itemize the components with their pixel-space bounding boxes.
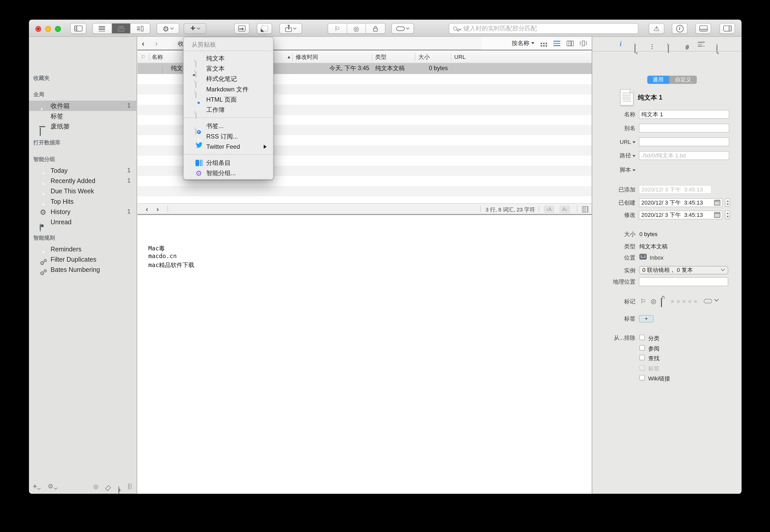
calendar-icon[interactable] [714, 212, 720, 218]
sidebar-item-filter-duplicates[interactable]: Filter Duplicates [29, 254, 137, 264]
share-dropdown-button[interactable] [279, 23, 302, 34]
location-pin-icon[interactable] [118, 486, 119, 494]
sidebar-item-top-hits[interactable]: Top Hits [29, 196, 137, 207]
label-circle-icon[interactable]: ◎ [651, 297, 656, 305]
menu-item-html-page[interactable]: HTML 页面 [184, 94, 273, 105]
close-button[interactable] [35, 26, 41, 32]
url-field[interactable] [639, 137, 729, 146]
toggle-sidebar-button[interactable] [70, 23, 86, 34]
path-field[interactable] [639, 151, 729, 160]
column-modified[interactable]: 修改时间 [295, 51, 318, 63]
label-dropdown-button[interactable] [392, 23, 414, 34]
location-value[interactable]: Inbox [650, 254, 663, 261]
label-segment[interactable]: ◎ [347, 24, 366, 33]
search-tab-icon[interactable] [716, 44, 718, 53]
date-stepper[interactable] [725, 198, 730, 207]
flag-icon[interactable]: ⚐ [640, 297, 646, 305]
sidebar-item-history[interactable]: ⚙ History 1 [29, 207, 137, 217]
tab-general[interactable]: 通用 [647, 76, 669, 84]
chevron-down-icon[interactable] [714, 297, 719, 301]
tag-outline-icon[interactable] [105, 485, 111, 491]
lock-segment[interactable] [366, 24, 385, 33]
sort-by-dropdown[interactable]: 按名称 [512, 39, 534, 47]
word-list-tab-icon[interactable] [698, 41, 705, 46]
search-input[interactable] [462, 25, 634, 33]
view-split-horizontal-segment[interactable] [112, 24, 131, 33]
move-to-button[interactable] [234, 23, 249, 34]
alias-field[interactable] [639, 124, 729, 133]
sidebar-item-unread[interactable]: Unread [29, 217, 137, 227]
format-panel-icon[interactable] [582, 206, 588, 212]
actions-dropdown-button[interactable]: ⚙ [157, 23, 179, 34]
flag-segment[interactable]: ⚐ [328, 24, 347, 33]
info-tab-icon[interactable]: i [620, 40, 621, 48]
sidebar-item-bates-numbering[interactable]: Bates Numbering [29, 264, 137, 275]
exclude-classification-checkbox[interactable] [639, 335, 645, 340]
info-button[interactable]: i [672, 23, 688, 34]
back-button[interactable]: ‹ [142, 37, 144, 51]
forward-button[interactable]: › [155, 37, 158, 51]
column-name[interactable]: 名称 [152, 51, 163, 63]
clip-button[interactable] [257, 23, 272, 34]
icon-view-icon[interactable] [541, 42, 542, 44]
menu-item-formatted-note[interactable]: 样式化笔记 [184, 74, 273, 84]
sidebar-item-tags[interactable]: 标签 [29, 111, 137, 121]
annotations-tab-icon[interactable] [635, 44, 636, 53]
toggle-bottom-bar-button[interactable] [695, 23, 711, 34]
calendar-icon[interactable] [714, 200, 720, 206]
instances-dropdown[interactable]: 0 联动镜相， 0 复本 [639, 266, 728, 274]
menu-item-smart-group[interactable]: ⚙ 智能分组... [184, 168, 273, 178]
exclude-wiki-linking-checkbox[interactable] [639, 375, 645, 380]
label-pill-icon[interactable] [704, 299, 712, 303]
modified-date-field[interactable] [639, 210, 722, 219]
decrease-font-size-button[interactable]: ‹A [544, 205, 554, 213]
flag-column-icon[interactable]: ⚐ [141, 51, 146, 63]
new-item-dropdown-button[interactable]: + [184, 23, 206, 34]
editor-back-button[interactable]: ‹ [146, 204, 148, 215]
search-field[interactable] [449, 23, 638, 34]
rating-stars[interactable]: ★★★★★ [670, 298, 699, 305]
column-kind[interactable]: 类型 [375, 51, 387, 63]
increase-font-size-button[interactable]: A› [560, 205, 570, 213]
menu-item-twitter-feed[interactable]: Twitter Feed [184, 142, 273, 152]
menu-item-rich-text[interactable]: 富文本 [184, 63, 273, 74]
sidebar-item-inbox[interactable]: 收件箱 1 [29, 101, 137, 111]
toggle-inspector-button[interactable] [720, 23, 735, 34]
minimize-button[interactable] [45, 26, 51, 32]
sidebar-item-due-this-week[interactable]: Due This Week [29, 186, 137, 196]
add-tag-button[interactable]: + [639, 315, 654, 323]
tab-custom[interactable]: 自定义 [669, 76, 697, 84]
column-view-icon[interactable] [567, 40, 574, 46]
menu-item-plain-text[interactable]: 纯文本 [184, 53, 273, 63]
geolocation-field[interactable] [639, 277, 728, 286]
sidebar-item-reminders[interactable]: Reminders [29, 244, 137, 254]
label-circle-icon[interactable]: ◎ [93, 483, 98, 489]
view-list-segment[interactable] [93, 24, 112, 33]
menu-item-markdown[interactable]: Markdown 文件 [184, 84, 273, 94]
column-url[interactable]: URL [454, 51, 466, 63]
column-size[interactable]: 大小 [418, 51, 430, 63]
menu-item-rss-feed[interactable]: RSS 订阅... [184, 131, 273, 142]
zoom-button[interactable] [55, 26, 61, 32]
view-split-vertical-segment[interactable] [131, 24, 150, 33]
editor-forward-button[interactable]: › [157, 204, 159, 215]
document-tab-icon[interactable] [668, 44, 669, 53]
menu-item-sheet[interactable]: 工作簿 [184, 105, 273, 115]
coverflow-view-icon[interactable] [580, 40, 587, 46]
date-stepper[interactable] [725, 210, 730, 219]
lock-icon[interactable] [661, 298, 662, 307]
gear-icon[interactable]: ⚙ [48, 483, 57, 490]
add-icon[interactable]: + [33, 483, 40, 490]
exclude-see-also-checkbox[interactable] [639, 345, 645, 350]
sidebar-item-today[interactable]: Today 1 [29, 165, 137, 176]
created-date-field[interactable] [639, 198, 722, 207]
sidebar-item-trash[interactable]: 废纸篓 [29, 121, 137, 132]
log-warning-button[interactable]: ⚠ [649, 23, 664, 34]
menu-item-group-items[interactable]: 分组条目 [184, 158, 273, 168]
menu-item-bookmark[interactable]: 书签... [184, 121, 273, 131]
exclude-search-checkbox[interactable] [639, 355, 645, 360]
resize-grip-icon[interactable] [128, 483, 131, 489]
sidebar-item-recently-added[interactable]: Recently Added 1 [29, 176, 137, 186]
name-field[interactable] [639, 110, 729, 119]
list-view-icon[interactable] [554, 40, 561, 46]
